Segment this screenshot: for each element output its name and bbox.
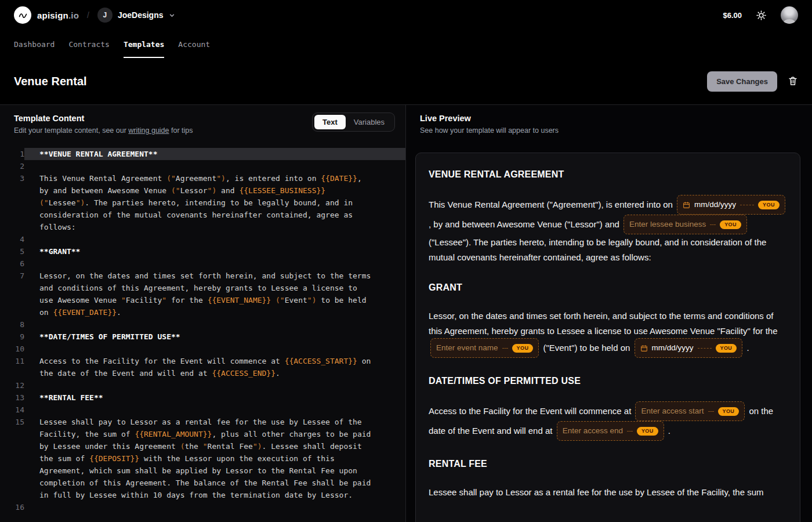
- punctuation-token: (: [276, 296, 280, 304]
- editor-line[interactable]: 16: [0, 501, 405, 513]
- nav-tabs: DashboardContractsTemplatesAccount: [0, 30, 812, 58]
- editor-line[interactable]: 4: [0, 233, 405, 245]
- calendar-icon: [683, 201, 690, 209]
- toggle-text[interactable]: Text: [314, 115, 346, 129]
- punctuation-token: ": [176, 186, 180, 195]
- editor-line-text: [24, 404, 405, 416]
- editor-line-text: [24, 160, 405, 172]
- date-field[interactable]: mm/dd/yyyyYOU: [677, 195, 785, 215]
- line-number: 3: [0, 172, 24, 233]
- punctuation-token: (: [166, 174, 171, 183]
- punctuation-token: (: [39, 198, 44, 207]
- editor-line-text: [24, 343, 405, 355]
- editor-line-text: **DATE/TIMES OF PERMITTED USE**: [24, 331, 405, 343]
- line-number: 6: [0, 258, 24, 270]
- field-filler: [708, 411, 714, 412]
- field-placeholder: Enter lessee business: [629, 217, 706, 232]
- access-end-field[interactable]: Enter access endYOU: [557, 421, 664, 441]
- chevron-down-icon: [169, 12, 175, 19]
- preview-paragraph: This Venue Rental Agreement ("Agreement"…: [429, 195, 787, 265]
- editor-line[interactable]: 13**RENTAL FEE**: [0, 392, 405, 404]
- sun-icon: [756, 10, 767, 21]
- punctuation-token: ": [121, 296, 126, 304]
- live-preview-pane: Live Preview See how your template will …: [406, 105, 812, 522]
- brand-suffix: .io: [68, 10, 79, 20]
- you-badge: YOU: [720, 220, 741, 229]
- line-number: 13: [0, 392, 24, 404]
- nav-tab-account[interactable]: Account: [178, 30, 210, 58]
- editor-line-text: [24, 379, 405, 392]
- template-variable-token: {{EVENT_DATE}}: [53, 308, 117, 317]
- editor-line[interactable]: 6: [0, 258, 405, 270]
- editor-line[interactable]: 10: [0, 343, 405, 355]
- you-badge: YOU: [718, 407, 740, 416]
- line-number: 7: [0, 270, 24, 318]
- editor-line[interactable]: 14: [0, 404, 405, 416]
- punctuation-token: ): [312, 296, 317, 304]
- writing-guide-link[interactable]: writing guide: [128, 126, 169, 135]
- line-number: 11: [0, 355, 24, 379]
- template-variable-token: {{DATE}}: [321, 174, 357, 183]
- nav-tab-contracts[interactable]: Contracts: [68, 30, 109, 58]
- editor-line[interactable]: 3This Venue Rental Agreement ("Agreement…: [0, 172, 405, 233]
- editor-line[interactable]: 15Lessee shall pay to Lessor as a rental…: [0, 416, 405, 501]
- nav-tab-templates[interactable]: Templates: [124, 30, 164, 58]
- org-avatar: J: [97, 8, 113, 23]
- save-changes-button[interactable]: Save Changes: [707, 71, 777, 92]
- page-header: Venue Rental Save Changes: [0, 58, 812, 104]
- editor-line-text: This Venue Rental Agreement ("Agreement"…: [24, 172, 405, 233]
- line-number: 8: [0, 318, 24, 331]
- theme-toggle-button[interactable]: [756, 10, 767, 21]
- template-variable-token: {{LESSEE_BUSINESS}}: [239, 186, 325, 195]
- line-number: 15: [0, 416, 24, 501]
- toggle-variables[interactable]: Variables: [346, 115, 393, 129]
- user-avatar[interactable]: [781, 6, 798, 24]
- editor-line-text: Lessor, on the dates and times set forth…: [24, 270, 405, 318]
- delete-template-button[interactable]: [788, 76, 798, 86]
- editor-line[interactable]: 11Access to the Facility for the Event w…: [0, 355, 405, 379]
- field-placeholder: Enter access end: [563, 423, 623, 438]
- preview-paragraph: Access to the Facility for the Event wil…: [429, 402, 787, 441]
- editor-line[interactable]: 9**DATE/TIMES OF PERMITTED USE**: [0, 331, 405, 343]
- punctuation-token: ): [258, 442, 262, 451]
- event-name-field[interactable]: Enter event nameYOU: [430, 338, 539, 358]
- editor-line[interactable]: 1**VENUE RENTAL AGREEMENT**: [0, 148, 405, 160]
- editor-line-text: Access to the Facility for the Event wil…: [24, 355, 405, 379]
- editor-line[interactable]: 2: [0, 160, 405, 172]
- topbar: apisign.io / J JoeDesigns $6.00: [0, 0, 812, 30]
- preview-heading: RENTAL FEE: [429, 459, 787, 469]
- editor-line-text: **VENUE RENTAL AGREEMENT**: [24, 148, 405, 160]
- line-number: 12: [0, 379, 24, 392]
- editor-line[interactable]: 7Lessor, on the dates and times set fort…: [0, 270, 405, 318]
- template-variable-token: {{EVENT_NAME}}: [208, 296, 271, 304]
- you-badge: YOU: [716, 344, 737, 353]
- template-content-header: Template Content Edit your template cont…: [0, 105, 405, 142]
- nav-tab-dashboard[interactable]: Dashboard: [14, 30, 55, 58]
- trash-icon: [788, 76, 798, 86]
- editor-line-text: **RENTAL FEE**: [24, 392, 405, 404]
- preview-heading: VENUE RENTAL AGREEMENT: [429, 169, 787, 180]
- editor-line[interactable]: 8: [0, 318, 405, 331]
- event-date-field[interactable]: mm/dd/yyyyYOU: [635, 338, 743, 358]
- editor-line-text: [24, 258, 405, 270]
- editor-line-text: **GRANT**: [24, 245, 405, 258]
- preview-paragraph: Lessee shall pay to Lessor as a rental f…: [429, 485, 787, 500]
- field-filler: [740, 205, 754, 205]
- org-switcher[interactable]: J JoeDesigns: [97, 8, 175, 23]
- account-balance: $6.00: [723, 11, 742, 20]
- editor-line[interactable]: 12: [0, 379, 405, 392]
- template-variable-token: {{ACCESS_END}}: [212, 369, 276, 378]
- editor-line[interactable]: 5**GRANT**: [0, 245, 405, 258]
- punctuation-token: ": [216, 174, 221, 183]
- brand[interactable]: apisign.io: [14, 6, 79, 24]
- access-start-field[interactable]: Enter access startYOU: [635, 401, 745, 421]
- lessee-business-field[interactable]: Enter lessee businessYOU: [624, 215, 747, 234]
- calendar-icon: [640, 345, 648, 352]
- field-filler: [698, 348, 712, 349]
- punctuation-token: (: [180, 442, 185, 451]
- field-filler: [710, 224, 716, 225]
- editor-line-text: Lessee shall pay to Lessor as a rental f…: [24, 416, 405, 501]
- punctuation-token: ): [212, 186, 216, 195]
- code-editor[interactable]: 1**VENUE RENTAL AGREEMENT**2 3This Venue…: [0, 142, 405, 522]
- you-badge: YOU: [637, 427, 658, 436]
